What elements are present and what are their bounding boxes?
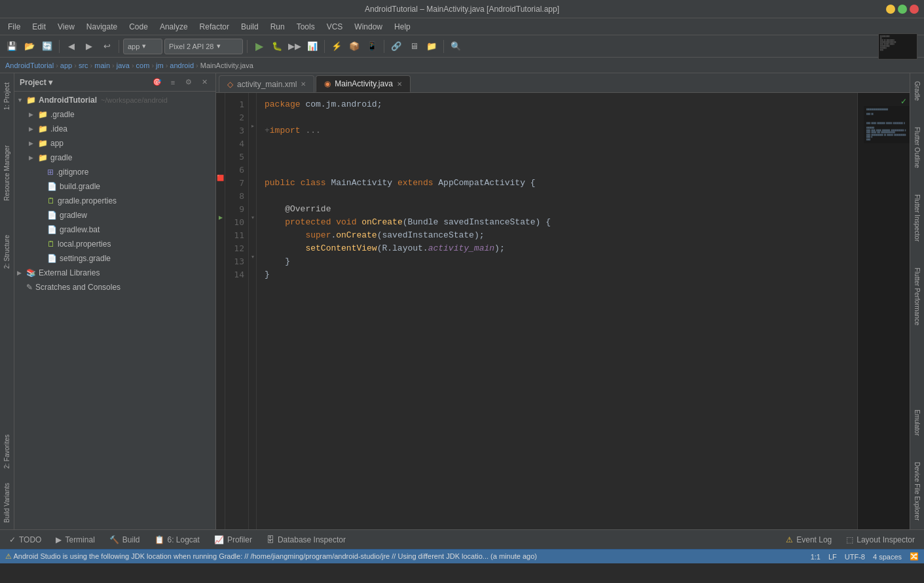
attach-debugger-btn[interactable]: 🔗	[388, 39, 404, 54]
tab-emulator[interactable]: Emulator	[912, 404, 922, 441]
device-file-btn[interactable]: 📁	[424, 39, 439, 54]
tree-idea[interactable]: ▶ 📁 .idea	[14, 122, 215, 136]
search-everywhere-btn[interactable]: 🔍	[448, 39, 464, 54]
tab-flutter-inspector[interactable]: Flutter Inspector	[912, 189, 922, 247]
toolbar-sync-btn[interactable]: 🔄	[39, 39, 55, 54]
bottom-tab-layout-inspector[interactable]: ⬚ Layout Inspector	[840, 531, 921, 548]
coverage-button[interactable]: ▶▶	[287, 39, 303, 54]
run-button[interactable]: ▶	[251, 39, 267, 54]
line-ending[interactable]: LF	[828, 553, 837, 561]
menu-file[interactable]: File	[3, 21, 26, 33]
breadcrumb-src[interactable]: src	[79, 62, 88, 69]
fold-10[interactable]: ▾	[249, 211, 256, 224]
tab-structure[interactable]: 2: Structure	[2, 231, 12, 273]
close-button[interactable]	[910, 5, 919, 14]
toolbar-forward-btn[interactable]: ▶	[81, 39, 97, 54]
breadcrumb-android[interactable]: android	[170, 62, 194, 69]
menu-refactor[interactable]: Refactor	[194, 21, 234, 33]
toolbar-open-btn[interactable]: 📂	[22, 39, 37, 54]
tree-build-gradle[interactable]: 📄 build.gradle	[14, 179, 215, 194]
bottom-tab-db-inspector[interactable]: 🗄 Database Inspector	[260, 531, 352, 548]
tree-app[interactable]: ▶ 📁 app	[14, 136, 215, 150]
menu-analyze[interactable]: Analyze	[155, 21, 193, 33]
tree-settings-gradle[interactable]: 📄 settings.gradle	[14, 251, 215, 266]
toolbar-save-btn[interactable]: 💾	[4, 39, 20, 54]
bottom-tab-build[interactable]: 🔨 Build	[103, 531, 147, 548]
tree-gradle-hidden[interactable]: ▶ 📁 .gradle	[14, 107, 215, 122]
code-content[interactable]: package com.jm.android; +import ... publ…	[257, 93, 857, 529]
ln-9: 9	[225, 203, 244, 216]
breadcrumb-mainactivity[interactable]: MainActivity.java	[200, 62, 253, 69]
menu-tools[interactable]: Tools	[291, 21, 320, 33]
maximize-button[interactable]	[898, 5, 907, 14]
breadcrumb-androidtutorial[interactable]: AndroidTutorial	[5, 62, 54, 69]
status-warning-icon: ⚠	[5, 552, 12, 560]
tree-local-properties[interactable]: 🗒 local.properties	[14, 237, 215, 251]
bottom-tab-event-log[interactable]: ⚠ Event Log	[779, 531, 838, 548]
fold-13[interactable]: ▾	[249, 250, 256, 263]
tab-flutter-performance[interactable]: Flutter Performance	[912, 262, 922, 330]
breadcrumb-java[interactable]: java	[117, 62, 130, 69]
panel-settings-btn[interactable]: ⚙	[183, 77, 194, 88]
tab-project[interactable]: 1: Project	[2, 77, 12, 115]
tree-gradle-properties[interactable]: 🗒 gradle.properties	[14, 194, 215, 208]
bottom-tab-profiler[interactable]: 📈 Profiler	[208, 531, 259, 548]
menu-code[interactable]: Code	[124, 21, 153, 33]
tab-mainactivity-java[interactable]: ◉ MainActivity.java ✕	[316, 75, 410, 92]
panel-close-btn[interactable]: ✕	[198, 77, 210, 88]
menu-window[interactable]: Window	[349, 21, 388, 33]
breadcrumb-com[interactable]: com	[136, 62, 150, 69]
avd-manager-btn[interactable]: 📱	[364, 39, 380, 54]
code-line-2	[265, 111, 857, 124]
debug-button[interactable]: 🐛	[269, 39, 285, 54]
tree-root[interactable]: ▼ 📁 AndroidTutorial ~/workspace/android	[14, 93, 215, 107]
breadcrumb-jm[interactable]: jm	[156, 62, 164, 69]
menu-run[interactable]: Run	[265, 21, 290, 33]
toolbar-back-btn[interactable]: ◀	[64, 39, 79, 54]
tree-gradlew-bat[interactable]: 📄 gradlew.bat	[14, 222, 215, 237]
fold-9	[249, 198, 256, 211]
tab-gradle[interactable]: Gradle	[912, 76, 922, 106]
bottom-tab-logcat[interactable]: 📋 6: Logcat	[148, 531, 206, 548]
bottom-tab-terminal[interactable]: ▶ Terminal	[49, 531, 101, 548]
profile-button[interactable]: 📊	[305, 39, 320, 54]
bottom-tab-todo[interactable]: ✓ TODO	[3, 531, 48, 548]
file-encoding[interactable]: UTF-8	[845, 553, 865, 561]
menu-view[interactable]: View	[52, 21, 80, 33]
indent-setting[interactable]: 4 spaces	[873, 553, 902, 561]
app-config-dropdown[interactable]: app ▾	[123, 39, 162, 54]
tab-flutter-outline[interactable]: Flutter Outline	[912, 122, 922, 173]
collapse-all-btn[interactable]: ≡	[167, 77, 179, 88]
tree-scratches[interactable]: ✎ Scratches and Consoles	[14, 280, 215, 294]
menu-vcs[interactable]: VCS	[322, 21, 348, 33]
code-editor[interactable]: 🟥 ▶ 1 2 3 4 5 6 7 8 9 10	[216, 93, 910, 529]
xml-tab-close[interactable]: ✕	[301, 80, 306, 88]
breadcrumb-app[interactable]: app	[60, 62, 72, 69]
sdk-manager-btn[interactable]: 📦	[346, 39, 362, 54]
ln-8: 8	[225, 190, 244, 203]
breadcrumb-main[interactable]: main	[94, 62, 110, 69]
tab-activity-main-xml[interactable]: ◇ activity_main.xml ✕	[219, 75, 314, 92]
tree-gradlew[interactable]: 📄 gradlew	[14, 208, 215, 222]
tab-device-file[interactable]: Device File Explorer	[912, 457, 922, 525]
menu-help[interactable]: Help	[389, 21, 416, 33]
tree-gradle-dir[interactable]: ▶ 📁 gradle	[14, 150, 215, 165]
locate-file-btn[interactable]: 🎯	[151, 77, 163, 88]
device-dropdown[interactable]: Pixel 2 API 28 ▾	[164, 39, 243, 54]
cursor-position[interactable]: 1:1	[811, 553, 821, 561]
tree-external-libraries[interactable]: ▶ 📚 External Libraries	[14, 266, 215, 280]
tab-favorites[interactable]: 2: Favorites	[2, 431, 12, 472]
menu-build[interactable]: Build	[236, 21, 264, 33]
minimize-button[interactable]	[886, 5, 895, 14]
tab-resource-manager[interactable]: Resource Manager	[2, 141, 12, 205]
sync-gradle-btn[interactable]: ⚡	[329, 39, 344, 54]
menu-edit[interactable]: Edit	[27, 21, 51, 33]
menu-navigate[interactable]: Navigate	[81, 21, 122, 33]
fold-14	[249, 263, 256, 276]
emulator-btn[interactable]: 🖥	[406, 39, 422, 54]
toolbar-revert-btn[interactable]: ↩	[99, 39, 115, 54]
tab-build-variants[interactable]: Build Variants	[2, 479, 12, 527]
fold-3[interactable]: ▸	[249, 119, 256, 132]
java-tab-close[interactable]: ✕	[397, 80, 402, 88]
tree-gitignore[interactable]: ⊞ .gitignore	[14, 165, 215, 179]
